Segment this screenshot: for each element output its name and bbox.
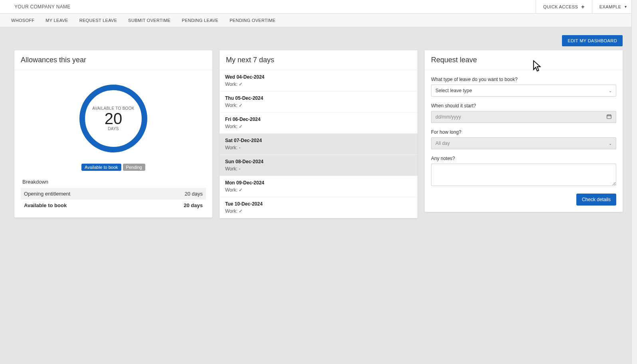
day-work-status: Work: ✓ bbox=[225, 208, 412, 214]
day-list: Wed 04-Dec-2024Work: ✓Thu 05-Dec-2024Wor… bbox=[220, 70, 417, 218]
calendar-icon bbox=[606, 114, 612, 121]
next-7-days-card: My next 7 days Wed 04-Dec-2024Work: ✓Thu… bbox=[220, 50, 417, 218]
table-row: Available to book20 days bbox=[21, 200, 206, 211]
edit-dashboard-button[interactable]: EDIT MY DASHBOARD bbox=[562, 35, 623, 46]
day-date: Sun 08-Dec-2024 bbox=[225, 159, 412, 164]
notes-textarea[interactable] bbox=[431, 164, 616, 186]
day-row: Thu 05-Dec-2024Work: ✓ bbox=[220, 91, 417, 113]
start-date-input[interactable]: dd/mm/yyyy bbox=[431, 111, 616, 123]
nav-pending-leave[interactable]: PENDING LEAVE bbox=[182, 18, 219, 23]
quick-access-label: QUICK ACCESS bbox=[543, 4, 578, 9]
breakdown-title: Breakdown bbox=[22, 179, 206, 185]
duration-select[interactable]: All day ⌄ bbox=[431, 137, 616, 149]
breakdown-value: 20 days bbox=[146, 188, 206, 200]
day-row: Sat 07-Dec-2024Work: - bbox=[220, 134, 417, 155]
day-date: Fri 06-Dec-2024 bbox=[225, 117, 412, 122]
top-header: YOUR COMPANY NAME QUICK ACCESS + EXAMPLE… bbox=[0, 0, 637, 14]
day-date: Sat 07-Dec-2024 bbox=[225, 138, 412, 143]
nav-request-leave[interactable]: REQUEST LEAVE bbox=[79, 18, 117, 23]
day-date: Thu 05-Dec-2024 bbox=[225, 95, 412, 101]
day-date: Wed 04-Dec-2024 bbox=[225, 74, 412, 80]
day-row: Sun 08-Dec-2024Work: - bbox=[220, 155, 417, 176]
breakdown-table: Opening entitlement20 daysAvailable to b… bbox=[21, 188, 206, 211]
day-work-status: Work: ✓ bbox=[225, 103, 412, 108]
allowance-donut: AVAILABLE TO BOOK 20 DAYS bbox=[79, 85, 147, 152]
chevron-down-icon: ▾ bbox=[625, 4, 627, 9]
scrollbar[interactable] bbox=[631, 0, 637, 226]
breakdown-label: Opening entitlement bbox=[21, 188, 146, 200]
day-date: Mon 09-Dec-2024 bbox=[225, 180, 412, 186]
main-nav: WHOSOFF MY LEAVE REQUEST LEAVE SUBMIT OV… bbox=[0, 14, 637, 27]
duration-label: For how long? bbox=[431, 129, 616, 135]
nav-submit-overtime[interactable]: SUBMIT OVERTIME bbox=[128, 18, 170, 23]
chevron-down-icon: ⌄ bbox=[609, 141, 612, 146]
leave-type-label: What type of leave do you want to book? bbox=[431, 77, 616, 82]
day-row: Wed 04-Dec-2024Work: ✓ bbox=[220, 70, 417, 91]
day-work-status: Work: - bbox=[225, 145, 412, 150]
start-date-placeholder: dd/mm/yyyy bbox=[435, 114, 461, 120]
table-row: Opening entitlement20 days bbox=[21, 188, 206, 200]
badge-available[interactable]: Available to book bbox=[81, 164, 121, 171]
plus-icon: + bbox=[581, 4, 585, 10]
user-menu-button[interactable]: EXAMPLE ▾ bbox=[592, 0, 634, 14]
duration-value: All day bbox=[435, 140, 450, 146]
notes-label: Any notes? bbox=[431, 156, 616, 161]
donut-value: 20 bbox=[105, 111, 123, 127]
request-leave-title: Request leave bbox=[425, 50, 623, 70]
next-7-days-title: My next 7 days bbox=[220, 50, 417, 70]
chevron-down-icon: ⌄ bbox=[609, 89, 612, 93]
day-work-status: Work: ✓ bbox=[225, 81, 412, 87]
day-work-status: Work: - bbox=[225, 166, 412, 172]
quick-access-button[interactable]: QUICK ACCESS + bbox=[536, 0, 592, 14]
user-menu-label: EXAMPLE bbox=[599, 4, 621, 9]
svg-rect-0 bbox=[607, 115, 611, 118]
request-leave-card: Request leave What type of leave do you … bbox=[425, 50, 623, 212]
day-row: Tue 10-Dec-2024Work: ✓ bbox=[220, 197, 417, 218]
donut-unit: DAYS bbox=[108, 127, 119, 131]
nav-whosoff[interactable]: WHOSOFF bbox=[11, 18, 34, 23]
allowances-title: Allowances this year bbox=[14, 50, 212, 70]
nav-my-leave[interactable]: MY LEAVE bbox=[46, 18, 68, 23]
company-name: YOUR COMPANY NAME bbox=[3, 4, 82, 10]
day-row: Mon 09-Dec-2024Work: ✓ bbox=[220, 176, 417, 197]
day-row: Fri 06-Dec-2024Work: ✓ bbox=[220, 113, 417, 134]
leave-type-value: Select leave type bbox=[435, 88, 472, 93]
day-work-status: Work: ✓ bbox=[225, 187, 412, 193]
check-details-button[interactable]: Check details bbox=[576, 194, 616, 206]
breakdown-value: 20 days bbox=[146, 200, 206, 211]
breakdown-label: Available to book bbox=[21, 200, 146, 211]
leave-type-select[interactable]: Select leave type ⌄ bbox=[431, 85, 616, 97]
day-work-status: Work: ✓ bbox=[225, 124, 412, 129]
allowances-card: Allowances this year AVAILABLE TO BOOK 2… bbox=[14, 50, 212, 218]
day-date: Tue 10-Dec-2024 bbox=[225, 201, 412, 207]
start-date-label: When should it start? bbox=[431, 103, 616, 109]
badge-pending[interactable]: Pending bbox=[123, 164, 145, 171]
nav-pending-overtime[interactable]: PENDING OVERTIME bbox=[229, 18, 275, 23]
